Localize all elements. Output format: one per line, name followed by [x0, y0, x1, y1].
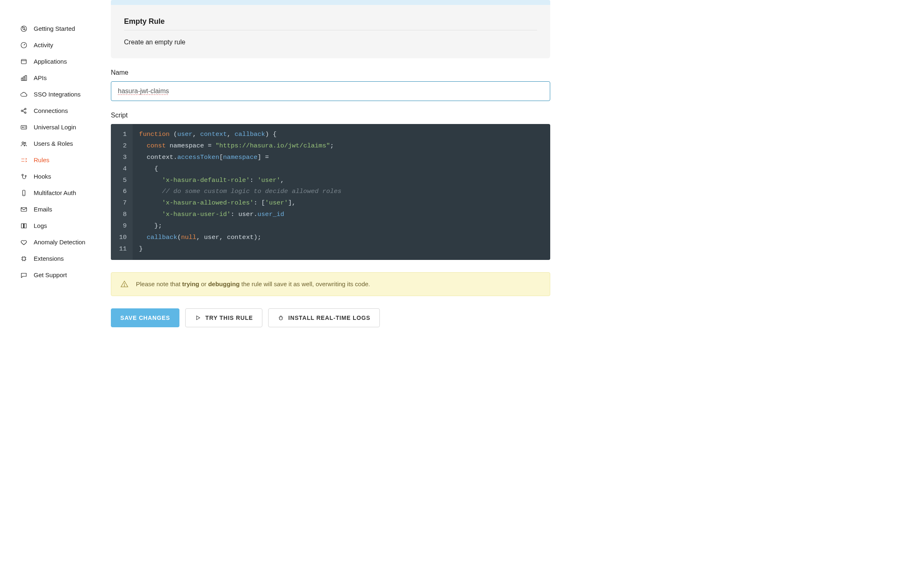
svg-point-9	[25, 112, 26, 114]
warning-icon	[120, 280, 129, 288]
sidebar-item-anomaly[interactable]: Anomaly Detection	[0, 234, 111, 250]
svg-point-21	[280, 317, 283, 320]
svg-point-15	[25, 175, 26, 177]
heart-icon	[20, 238, 28, 246]
window-icon	[20, 57, 28, 66]
sidebar-item-hooks[interactable]: Hooks	[0, 168, 111, 185]
gauge-icon	[20, 41, 28, 49]
share-icon	[20, 107, 28, 115]
users-icon	[20, 140, 28, 148]
sidebar-item-label: Users & Roles	[34, 140, 73, 148]
intro-top-strip	[111, 0, 550, 5]
sidebar-item-label: Universal Login	[34, 123, 76, 131]
svg-marker-20	[197, 316, 200, 319]
svg-marker-1	[23, 27, 25, 30]
svg-rect-3	[21, 60, 26, 64]
save-changes-button[interactable]: SAVE CHANGES	[111, 308, 179, 327]
compass-icon	[20, 25, 28, 33]
svg-point-12	[22, 142, 24, 144]
rule-name-input[interactable]	[111, 81, 550, 101]
sidebar-item-label: Rules	[34, 156, 49, 164]
sidebar-item-label: Get Support	[34, 271, 67, 279]
sidebar-item-label: SSO Integrations	[34, 90, 80, 99]
sidebar-item-users-roles[interactable]: Users & Roles	[0, 136, 111, 152]
sidebar-item-label: Extensions	[34, 255, 64, 263]
sidebar-item-label: APIs	[34, 74, 47, 82]
name-label: Name	[111, 69, 550, 76]
script-label: Script	[111, 112, 550, 119]
button-row: SAVE CHANGES TRY THIS RULE INSTALL REAL-…	[111, 308, 550, 327]
warning-text: Please note that trying or debugging the…	[136, 280, 370, 287]
sidebar-item-emails[interactable]: Emails	[0, 201, 111, 218]
svg-point-19	[124, 285, 124, 286]
sidebar-item-logs[interactable]: Logs	[0, 218, 111, 234]
svg-point-0	[21, 26, 27, 32]
book-icon	[20, 222, 28, 230]
script-section: Script 1234567891011 function (user, con…	[111, 112, 550, 260]
svg-point-11	[22, 127, 23, 128]
chat-icon	[20, 271, 28, 279]
sidebar-item-applications[interactable]: Applications	[0, 53, 111, 70]
sidebar-item-apis[interactable]: APIs	[0, 70, 111, 86]
phone-icon	[20, 189, 28, 197]
sidebar-item-mfa[interactable]: Multifactor Auth	[0, 185, 111, 201]
sidebar-item-rules[interactable]: Rules	[0, 152, 111, 168]
sidebar: Getting Started Activity Applications AP…	[0, 0, 111, 588]
sidebar-item-label: Logs	[34, 222, 47, 230]
svg-point-8	[25, 108, 26, 110]
sidebar-item-getting-started[interactable]: Getting Started	[0, 21, 111, 37]
sidebar-item-extensions[interactable]: Extensions	[0, 250, 111, 267]
sidebar-item-label: Emails	[34, 205, 52, 214]
id-icon	[20, 123, 28, 131]
chip-icon	[20, 255, 28, 263]
play-icon	[195, 315, 201, 321]
sidebar-item-label: Connections	[34, 107, 68, 115]
svg-point-7	[21, 110, 23, 112]
intro-description: Create an empty rule	[124, 39, 537, 46]
intro-title: Empty Rule	[124, 12, 537, 30]
sidebar-item-label: Getting Started	[34, 25, 75, 33]
svg-rect-10	[21, 126, 27, 129]
svg-point-13	[24, 142, 26, 144]
sidebar-item-support[interactable]: Get Support	[0, 267, 111, 283]
sidebar-item-connections[interactable]: Connections	[0, 103, 111, 119]
sidebar-item-label: Anomaly Detection	[34, 238, 85, 246]
sidebar-item-activity[interactable]: Activity	[0, 37, 111, 53]
install-logs-button[interactable]: INSTALL REAL-TIME LOGS	[268, 308, 380, 327]
sidebar-item-sso[interactable]: SSO Integrations	[0, 86, 111, 103]
svg-rect-6	[25, 76, 27, 80]
sidebar-item-label: Hooks	[34, 172, 51, 181]
svg-rect-5	[23, 77, 25, 80]
rules-icon	[20, 156, 28, 164]
warning-banner: Please note that trying or debugging the…	[111, 272, 550, 296]
mail-icon	[20, 205, 28, 214]
code-body[interactable]: function (user, context, callback) { con…	[133, 124, 550, 260]
sidebar-item-label: Multifactor Auth	[34, 189, 76, 197]
cloud-icon	[20, 90, 28, 99]
sidebar-item-label: Applications	[34, 57, 67, 66]
bug-icon	[278, 315, 284, 321]
svg-rect-17	[21, 208, 27, 211]
code-editor[interactable]: 1234567891011 function (user, context, c…	[111, 124, 550, 260]
svg-rect-18	[22, 257, 25, 260]
try-rule-button[interactable]: TRY THIS RULE	[185, 308, 262, 327]
svg-point-14	[22, 174, 23, 176]
sidebar-item-label: Activity	[34, 41, 53, 49]
name-section: Name	[111, 69, 550, 101]
sidebar-item-universal-login[interactable]: Universal Login	[0, 119, 111, 136]
intro-box: Empty Rule Create an empty rule	[111, 0, 550, 58]
blocks-icon	[20, 74, 28, 82]
svg-rect-4	[21, 78, 23, 80]
line-gutter: 1234567891011	[111, 124, 133, 260]
hook-icon	[20, 172, 28, 181]
main-content: Empty Rule Create an empty rule Name Scr…	[111, 0, 550, 588]
